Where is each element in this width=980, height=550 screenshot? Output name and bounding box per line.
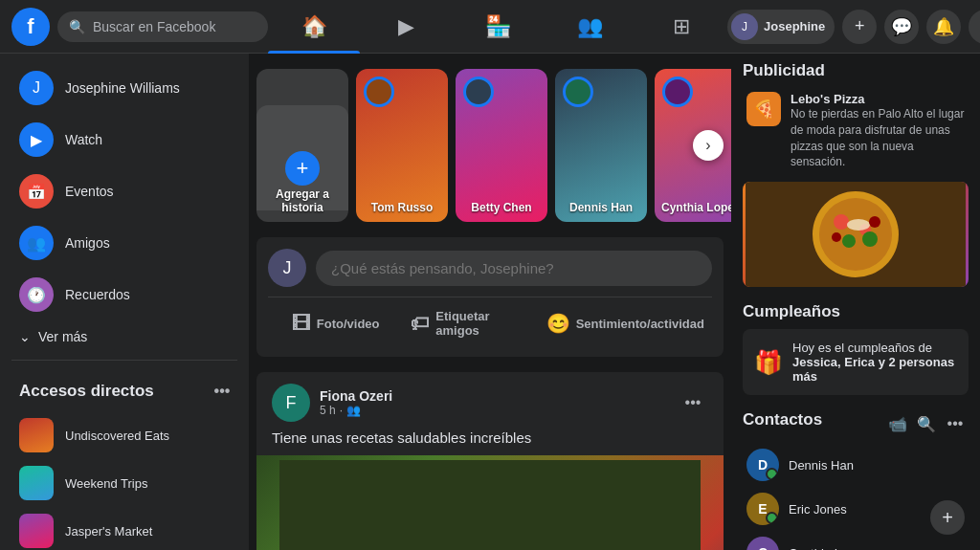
svg-point-23 bbox=[819, 198, 892, 271]
contacts-actions: 📹 🔍 ••• bbox=[884, 410, 969, 437]
search-box[interactable]: 🔍 bbox=[57, 11, 268, 42]
sidebar-item-watch[interactable]: ▶ Watch bbox=[8, 115, 241, 165]
story-avatar-ring-0 bbox=[364, 77, 394, 107]
shortcut-item-2[interactable]: Jasper's Market bbox=[8, 508, 241, 550]
svg-rect-0 bbox=[279, 460, 701, 550]
post-audience-icon: 👥 bbox=[346, 404, 361, 417]
feeling-activity-button[interactable]: 😊 Sentimiento/actividad bbox=[539, 301, 712, 345]
create-post-avatar: J bbox=[268, 249, 306, 287]
feeling-icon: 😊 bbox=[546, 312, 570, 335]
nav-groups-button[interactable]: 👥 bbox=[544, 4, 635, 50]
contacts-video-icon[interactable]: 📹 bbox=[884, 410, 911, 437]
search-input[interactable] bbox=[93, 19, 246, 34]
ad-card[interactable]: 🍕 Lebo's Pizza No te pierdas en Palo Alt… bbox=[743, 88, 969, 174]
ad-title: Publicidad bbox=[743, 61, 969, 80]
post-options-button[interactable]: ••• bbox=[678, 387, 708, 418]
story-label-1: Betty Chen bbox=[456, 201, 547, 214]
ad-section: Publicidad 🍕 Lebo's Pizza No te pierdas … bbox=[743, 61, 969, 287]
tag-friends-button[interactable]: 🏷 Etiquetar amigos bbox=[403, 301, 538, 345]
nav-gaming-button[interactable]: ⊞ bbox=[635, 4, 727, 50]
photo-video-label: Foto/video bbox=[317, 317, 380, 331]
see-more-label-1: Ver más bbox=[38, 329, 87, 344]
post-author-avatar: F bbox=[272, 384, 310, 422]
shortcut-img-2 bbox=[19, 514, 54, 548]
nav-marketplace-button[interactable]: 🏪 bbox=[452, 4, 544, 50]
left-sidebar: J Josephine Williams ▶ Watch 📅 Eventos 👥… bbox=[0, 54, 249, 550]
svg-point-27 bbox=[862, 231, 878, 247]
contacts-title: Contactos bbox=[743, 410, 822, 429]
stories-next-button[interactable]: › bbox=[693, 130, 724, 161]
user-chip-name: Josephine bbox=[764, 19, 825, 33]
dropdown-button[interactable]: ▾ bbox=[969, 10, 980, 44]
contact-avatar-1: E bbox=[746, 493, 779, 525]
story-label-0: Tom Russo bbox=[356, 201, 448, 214]
create-post-top: J bbox=[268, 249, 712, 287]
add-story-card[interactable]: + Agregar a historia bbox=[256, 69, 348, 222]
recuerdos-icon: 🕐 bbox=[19, 277, 54, 312]
contact-name-0: Dennis Han bbox=[789, 458, 854, 473]
add-button[interactable]: + bbox=[842, 10, 877, 44]
birthday-section: 🎁 Hoy es el cumpleaños de Jessica, Erica… bbox=[743, 329, 969, 395]
post-author-info: F Fiona Ozeri 5 h · 👥 bbox=[272, 384, 392, 422]
shortcuts-header: Accesos directos ••• bbox=[0, 368, 249, 410]
tag-friends-icon: 🏷 bbox=[411, 313, 430, 335]
svg-point-29 bbox=[832, 232, 841, 242]
user-chip-avatar: J bbox=[731, 13, 758, 40]
photo-video-button[interactable]: 🎞 Foto/video bbox=[268, 301, 403, 345]
shortcut-item-1[interactable]: Weekend Trips bbox=[8, 460, 241, 506]
photo-video-icon: 🎞 bbox=[292, 313, 311, 335]
shortcut-label-0: Undiscovered Eats bbox=[65, 429, 169, 443]
user-chip[interactable]: J Josephine bbox=[727, 10, 835, 44]
chevron-down-icon: ⌄ bbox=[19, 329, 31, 344]
contacts-search-icon[interactable]: 🔍 bbox=[913, 410, 940, 437]
create-post-actions: 🎞 Foto/video 🏷 Etiquetar amigos 😊 Sentim… bbox=[268, 297, 712, 345]
see-more-button-1[interactable]: ⌄ Ver más bbox=[8, 321, 241, 352]
nav-video-button[interactable]: ▶ bbox=[360, 4, 452, 50]
svg-point-24 bbox=[834, 214, 849, 230]
shortcut-item-0[interactable]: Undiscovered Eats bbox=[8, 412, 241, 458]
create-post-input[interactable] bbox=[316, 251, 712, 286]
right-sidebar: Publicidad 🍕 Lebo's Pizza No te pierdas … bbox=[731, 54, 980, 550]
post-text: Tiene unas recetas saludables increíbles bbox=[256, 429, 724, 455]
contacts-more-icon[interactable]: ••• bbox=[942, 410, 969, 437]
contact-item-2[interactable]: C Cynthia Lopez bbox=[743, 531, 969, 550]
story-card-0[interactable]: Tom Russo bbox=[356, 69, 448, 222]
birthday-names: Jessica, Erica y 2 personas más bbox=[792, 355, 954, 384]
sidebar-item-eventos[interactable]: 📅 Eventos bbox=[8, 166, 241, 216]
story-card-2[interactable]: Dennis Han bbox=[555, 69, 647, 222]
sidebar-divider bbox=[11, 360, 237, 361]
contact-item-0[interactable]: D Dennis Han bbox=[743, 443, 969, 487]
topnav-left: f 🔍 bbox=[11, 8, 268, 46]
nav-home-button[interactable]: 🏠 bbox=[268, 4, 360, 50]
search-icon: 🔍 bbox=[69, 19, 85, 34]
shortcuts-title: Accesos directos bbox=[19, 382, 154, 401]
birthday-icon: 🎁 bbox=[754, 349, 783, 376]
story-avatar-ring-2 bbox=[563, 77, 593, 107]
sidebar-item-user[interactable]: J Josephine Williams bbox=[8, 63, 241, 113]
post-time: 5 h bbox=[320, 404, 336, 417]
story-card-1[interactable]: Betty Chen bbox=[456, 69, 547, 222]
tag-friends-label: Etiquetar amigos bbox=[435, 309, 530, 338]
post-author-details: Fiona Ozeri 5 h · 👥 bbox=[320, 388, 392, 417]
story-avatar-ring-1 bbox=[463, 77, 494, 107]
ad-name: Lebo's Pizza bbox=[791, 92, 965, 106]
post-meta: 5 h · 👥 bbox=[320, 404, 392, 417]
shortcut-label-1: Weekend Trips bbox=[65, 476, 147, 491]
notification-button[interactable]: 🔔 bbox=[926, 10, 961, 44]
add-story-icon: + bbox=[285, 151, 320, 186]
add-story-label: Agregar a historia bbox=[256, 187, 348, 214]
sidebar-item-recuerdos[interactable]: 🕐 Recuerdos bbox=[8, 270, 241, 319]
shortcuts-dots-button[interactable]: ••• bbox=[207, 376, 237, 407]
shortcut-img-0 bbox=[19, 418, 54, 452]
svg-point-28 bbox=[847, 219, 870, 231]
topnav-right: J Josephine + 💬 🔔 ▾ bbox=[727, 10, 980, 44]
birthday-title: Cumpleaños bbox=[743, 302, 969, 321]
contact-name-2: Cynthia Lopez bbox=[789, 546, 868, 550]
add-contact-floating-button[interactable]: + bbox=[930, 500, 965, 535]
messenger-button[interactable]: 💬 bbox=[884, 10, 919, 44]
facebook-logo[interactable]: f bbox=[11, 8, 50, 46]
shortcut-label-2: Jasper's Market bbox=[65, 524, 152, 539]
story-label-3: Cynthia Lopez bbox=[655, 201, 731, 214]
ad-image bbox=[743, 182, 969, 287]
sidebar-item-amigos[interactable]: 👥 Amigos bbox=[8, 218, 241, 268]
